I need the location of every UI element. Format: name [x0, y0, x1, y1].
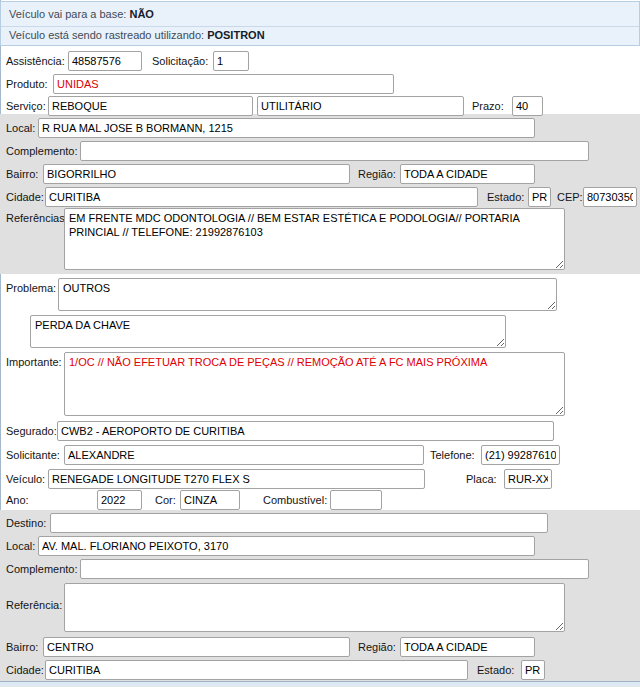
servico-tipo-field[interactable] [48, 96, 253, 116]
solicitante-field[interactable] [64, 445, 424, 465]
origin-regiao-field[interactable] [400, 164, 535, 184]
tracking-status-row: Veículo está sendo rastreado utilizando:… [1, 26, 639, 45]
dest-estado-field[interactable] [521, 660, 545, 680]
base-status-value: NÃO [129, 8, 153, 20]
next-banner-strip [0, 681, 640, 687]
dest-local-field[interactable] [38, 536, 535, 556]
telefone-label: Telefone: [430, 448, 475, 462]
solicitacao-label: Solicitação: [152, 54, 208, 68]
base-status-label: Veículo vai para a base: [9, 8, 126, 20]
produto-label: Produto: [6, 77, 48, 91]
veiculo-label: Veículo: [6, 472, 45, 486]
assistencia-label: Assistência: [6, 54, 65, 68]
servico-categoria-field[interactable] [257, 96, 464, 116]
prazo-label: Prazo: [472, 99, 504, 113]
tracking-status-label: Veículo está sendo rastreado utilizando: [9, 29, 204, 41]
origin-estado-label: Estado: [487, 190, 524, 204]
segurado-field[interactable] [57, 421, 554, 441]
origin-cidade-field[interactable] [45, 187, 478, 207]
status-banner: Veículo vai para a base: NÃO Veículo est… [0, 1, 640, 46]
problema-label: Problema: [6, 281, 56, 295]
dest-local-label: Local: [6, 539, 35, 553]
servico-label: Serviço: [6, 99, 46, 113]
cor-label: Cor: [155, 493, 176, 507]
origin-complemento-label: Complemento: [6, 144, 78, 158]
dest-complemento-field[interactable] [80, 559, 589, 579]
problema-textarea[interactable]: OUTROS [58, 278, 557, 311]
origin-referencias-label: Referências: [6, 211, 68, 225]
dest-regiao-field[interactable] [400, 637, 535, 657]
origin-local-field[interactable] [38, 118, 535, 138]
dest-referencia-label: Referência: [6, 598, 62, 612]
importante-label: Importante: [6, 355, 62, 369]
dest-complemento-label: Complemento: [6, 562, 78, 576]
dest-bairro-label: Bairro: [6, 640, 38, 654]
origin-cep-field[interactable] [583, 187, 637, 207]
origin-estado-field[interactable] [528, 187, 551, 207]
base-status-row: Veículo vai para a base: NÃO [1, 2, 639, 26]
origin-cep-label: CEP: [557, 190, 583, 204]
dest-estado-label: Estado: [477, 663, 514, 677]
placa-field[interactable] [504, 469, 552, 489]
dispatch-form-window: Veículo vai para a base: NÃO Veículo est… [0, 0, 640, 687]
solicitacao-field[interactable] [213, 51, 249, 71]
ano-label: Ano: [6, 493, 29, 507]
tracking-status-value: POSITRON [207, 29, 264, 41]
solicitante-label: Solicitante: [6, 448, 60, 462]
telefone-field[interactable] [481, 445, 560, 465]
combustivel-label: Combustível: [263, 493, 327, 507]
combustivel-field[interactable] [330, 490, 382, 510]
veiculo-field[interactable] [48, 469, 425, 489]
origin-cidade-label: Cidade: [6, 190, 44, 204]
produto-field[interactable] [53, 74, 394, 94]
dest-bairro-field[interactable] [43, 637, 350, 657]
origin-bairro-label: Bairro: [6, 167, 38, 181]
problema-detalhe-textarea[interactable]: PERDA DA CHAVE [30, 315, 506, 348]
cor-field[interactable] [180, 490, 240, 510]
origin-regiao-label: Região: [358, 167, 396, 181]
ano-field[interactable] [97, 490, 142, 510]
dest-regiao-label: Região: [358, 640, 396, 654]
importante-textarea[interactable]: 1/OC // NÃO EFETUAR TROCA DE PEÇAS // RE… [64, 352, 565, 416]
destino-field[interactable] [50, 513, 548, 533]
segurado-label: Segurado: [6, 424, 57, 438]
dest-referencia-textarea[interactable] [64, 583, 565, 632]
origin-referencias-textarea[interactable]: EM FRENTE MDC ODONTOLOGIA // BEM ESTAR E… [64, 208, 565, 270]
origin-local-label: Local: [6, 121, 35, 135]
placa-label: Placa: [466, 472, 497, 486]
dest-cidade-label: Cidade: [6, 663, 44, 677]
dest-cidade-field[interactable] [45, 660, 468, 680]
assistencia-field[interactable] [68, 51, 142, 71]
prazo-field[interactable] [512, 96, 543, 116]
origin-bairro-field[interactable] [43, 164, 350, 184]
destino-label: Destino: [6, 516, 46, 530]
origin-complemento-field[interactable] [80, 141, 589, 161]
